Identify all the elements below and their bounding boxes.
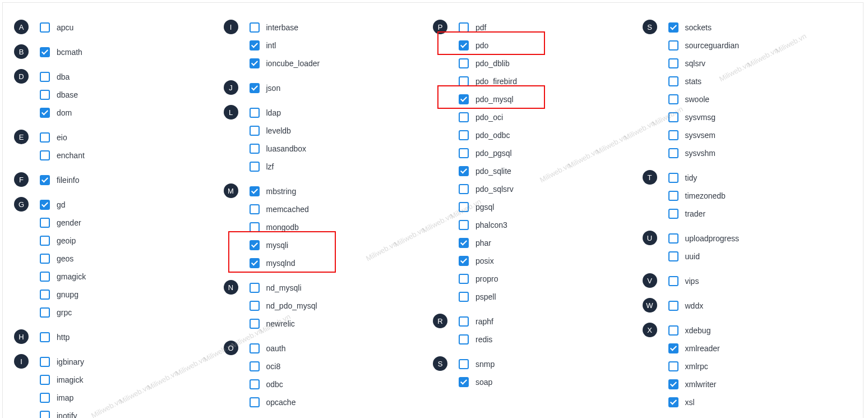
extension-checkbox[interactable] [668,209,678,219]
extension-checkbox[interactable] [459,112,469,122]
extension-label[interactable]: pspell [475,292,496,301]
extension-checkbox[interactable] [250,40,260,50]
extension-checkbox[interactable] [250,126,260,136]
extension-label[interactable]: pdo_dblib [475,59,510,68]
extension-checkbox[interactable] [40,175,50,185]
extension-checkbox[interactable] [40,132,50,143]
extension-label[interactable]: timezonedb [685,191,726,200]
extension-label[interactable]: gmagick [57,272,86,281]
extension-label[interactable]: vips [685,277,699,286]
extension-label[interactable]: uploadprogress [685,234,740,243]
extension-label[interactable]: raphf [475,317,493,326]
extension-label[interactable]: imap [57,393,73,402]
extension-checkbox[interactable] [250,258,260,268]
extension-checkbox[interactable] [459,94,469,104]
extension-label[interactable]: sysvsem [685,131,715,140]
extension-label[interactable]: propro [475,274,498,283]
extension-label[interactable]: pdo_sqlsrv [475,185,514,194]
extension-label[interactable]: inotify [57,411,77,418]
extension-checkbox[interactable] [459,76,469,86]
extension-label[interactable]: http [57,333,70,342]
extension-label[interactable]: sourceguardian [685,41,740,50]
extension-label[interactable]: nd_mysqli [266,283,302,292]
extension-label[interactable]: dom [57,108,72,117]
extension-label[interactable]: sysvshm [685,149,715,158]
extension-label[interactable]: odbc [266,380,283,389]
extension-label[interactable]: wddx [685,301,704,310]
extension-label[interactable]: luasandbox [266,144,307,153]
extension-label[interactable]: tidy [685,173,698,182]
extension-label[interactable]: swoole [685,95,710,104]
extension-checkbox[interactable] [250,397,260,407]
extension-label[interactable]: lzf [266,162,274,171]
extension-checkbox[interactable] [250,204,260,214]
extension-label[interactable]: uuid [685,252,700,261]
extension-label[interactable]: igbinary [57,357,84,366]
extension-checkbox[interactable] [459,202,469,212]
extension-label[interactable]: mysqli [266,241,289,250]
extension-checkbox[interactable] [250,319,260,329]
extension-label[interactable]: redis [475,335,492,344]
extension-checkbox[interactable] [40,108,50,118]
extension-label[interactable]: gender [57,218,81,227]
extension-checkbox[interactable] [459,58,469,68]
extension-checkbox[interactable] [40,411,50,418]
extension-checkbox[interactable] [250,240,260,250]
extension-label[interactable]: gnupg [57,290,79,299]
extension-label[interactable]: xdebug [685,326,711,335]
extension-label[interactable]: memcached [266,205,309,214]
extension-label[interactable]: oauth [266,344,286,353]
extension-checkbox[interactable] [459,184,469,194]
extension-label[interactable]: pdo_mysql [475,95,514,104]
extension-label[interactable]: enchant [57,151,85,160]
extension-label[interactable]: trader [685,209,706,218]
extension-checkbox[interactable] [250,361,260,371]
extension-checkbox[interactable] [40,307,50,318]
extension-label[interactable]: phalcon3 [475,221,507,229]
extension-checkbox[interactable] [250,83,260,93]
extension-label[interactable]: intl [266,41,276,50]
extension-checkbox[interactable] [668,112,678,122]
extension-checkbox[interactable] [459,40,469,50]
extension-checkbox[interactable] [459,130,469,140]
extension-checkbox[interactable] [250,186,260,196]
extension-label[interactable]: pdo [475,41,488,50]
extension-label[interactable]: stats [685,77,702,86]
extension-checkbox[interactable] [459,359,469,369]
extension-checkbox[interactable] [668,148,678,158]
extension-label[interactable]: eio [57,133,67,142]
extension-checkbox[interactable] [668,361,678,371]
extension-checkbox[interactable] [459,166,469,176]
extension-checkbox[interactable] [40,357,50,367]
extension-checkbox[interactable] [459,316,469,327]
extension-checkbox[interactable] [40,393,50,403]
extension-label[interactable]: interbase [266,23,299,32]
extension-checkbox[interactable] [40,254,50,264]
extension-label[interactable]: grpc [57,308,72,317]
extension-checkbox[interactable] [668,379,678,389]
extension-label[interactable]: pdo_firebird [475,77,517,86]
extension-checkbox[interactable] [668,251,678,261]
extension-label[interactable]: nd_pdo_mysql [266,301,317,310]
extension-checkbox[interactable] [668,58,678,68]
extension-label[interactable]: pdo_oci [475,113,503,122]
extension-checkbox[interactable] [250,22,260,33]
extension-checkbox[interactable] [250,108,260,118]
extension-label[interactable]: apcu [57,23,73,32]
extension-label[interactable]: oci8 [266,362,281,371]
extension-checkbox[interactable] [40,90,50,100]
extension-checkbox[interactable] [459,220,469,230]
extension-label[interactable]: dbase [57,90,78,99]
extension-label[interactable]: ioncube_loader [266,59,320,68]
extension-label[interactable]: pdo_pgsql [475,149,512,158]
extension-label[interactable]: pdo_odbc [475,131,510,140]
extension-label[interactable]: ldap [266,108,281,117]
extension-label[interactable]: mongodb [266,223,299,232]
extension-label[interactable]: xmlrpc [685,362,708,371]
extension-label[interactable]: xsl [685,398,695,407]
extension-label[interactable]: gd [57,200,66,209]
extension-label[interactable]: xmlreader [685,344,720,353]
extension-label[interactable]: sysvmsg [685,113,715,122]
extension-checkbox[interactable] [40,332,50,342]
extension-checkbox[interactable] [459,377,469,387]
